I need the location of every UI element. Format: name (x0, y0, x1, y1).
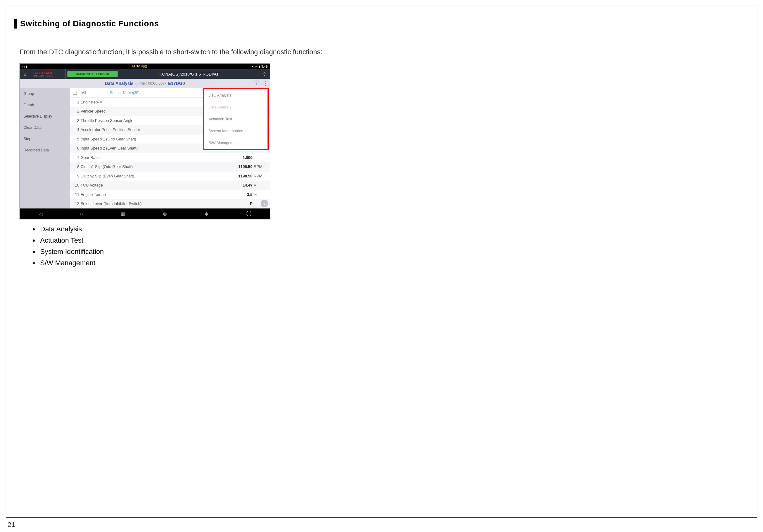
bullet-item: System Identification (39, 248, 749, 256)
row-index: 1 (74, 100, 79, 104)
row-unit: RPM (254, 174, 266, 178)
row-index: 12 (74, 202, 79, 206)
row-value: 1.000 (227, 156, 254, 160)
row-unit: % (254, 192, 266, 197)
data-row[interactable]: 10TCU Voltage14.49V (70, 181, 270, 190)
data-row[interactable]: 12Select Lever (from Inhibitor Switch)P- (70, 199, 270, 209)
row-value: 1198.50 (227, 164, 254, 169)
row-index: 2 (74, 109, 79, 114)
row-value: P (227, 202, 254, 206)
row-sensor-name: Gear Ratio (81, 156, 227, 160)
row-index: 9 (74, 174, 79, 178)
heading-text: Switching of Diagnostic Functions (20, 19, 159, 29)
row-unit: RPM (254, 164, 266, 169)
row-unit: V (254, 183, 266, 187)
menu-item[interactable]: DTC Analysis (204, 89, 268, 101)
intro-paragraph: From the DTC diagnostic function, it is … (20, 46, 433, 58)
function-bullet-list: Data AnalysisActuation TestSystem Identi… (39, 225, 749, 267)
status-right: ⁕ ⫘ ▮ 9:49 (251, 65, 268, 68)
row-unit: - (254, 156, 266, 160)
sidebar-item[interactable]: Selective Display (20, 111, 70, 122)
screenshot-body: GroupGraphSelective DisplayClear DataSto… (20, 88, 270, 208)
bullet-item: S/W Management (39, 259, 749, 267)
page-frame: Switching of Diagnostic Functions From t… (6, 6, 757, 518)
section-heading: Switching of Diagnostic Functions (14, 19, 749, 29)
android-status-bar: ◻ ▮ 14.3V 직결 ⁕ ⫘ ▮ 9:49 (20, 64, 270, 69)
sidebar-item[interactable]: Graph (20, 99, 70, 111)
row-sensor-name: Engine Torque (81, 192, 227, 197)
subheader-code: E17DG0 (168, 81, 185, 86)
apps-icon[interactable]: ▦ (120, 211, 125, 217)
row-index: 10 (74, 183, 79, 187)
row-sensor-name: Select Lever (from Inhibitor Switch) (81, 202, 227, 206)
row-value: 3.5 (227, 192, 254, 197)
menu-item[interactable]: Actuation Test (204, 113, 268, 125)
row-index: 11 (74, 192, 79, 197)
subheader-title: Data Analysis (105, 81, 133, 86)
row-index: 5 (74, 137, 79, 141)
data-row[interactable]: 7Gear Ratio1.000- (70, 153, 270, 162)
expand-icon[interactable]: ⛶ (246, 211, 251, 217)
app-title-bar: ⌂ TEST_17:12:16 2017/2/28 PM 2:1 KMHK781… (20, 69, 270, 79)
page-number: 21 (8, 521, 15, 529)
vin-badge[interactable]: KMHK7815GJU002210 (67, 71, 118, 77)
select-all-checkbox[interactable] (73, 91, 77, 95)
home-nav-icon[interactable]: ⌂ (80, 211, 83, 217)
row-sensor-name: TCU Voltage (81, 183, 227, 187)
status-left: ◻ ▮ (22, 65, 28, 68)
filter-all-label[interactable]: All (82, 91, 86, 95)
sidebar-item[interactable]: Clear Data (20, 122, 70, 133)
row-index: 4 (74, 128, 79, 132)
row-value: 14.49 (227, 183, 254, 187)
row-index: 6 (74, 146, 79, 151)
device-screenshot: ◻ ▮ 14.3V 직결 ⁕ ⫘ ▮ 9:49 ⌂ TEST_17:12:16 … (20, 63, 270, 219)
sidebar-item[interactable]: Stop (20, 133, 70, 145)
menu-item[interactable]: S/W Management (204, 137, 268, 149)
row-index: 7 (74, 156, 79, 160)
test-session-badge[interactable]: TEST_17:12:16 2017/2/28 PM 2:1 (31, 69, 65, 79)
subheader-time: (Time : 00:00:03) - (136, 81, 166, 86)
row-value: 1198.50 (227, 174, 254, 178)
save-icon[interactable]: ⭳ (254, 80, 259, 86)
menu-item[interactable]: System Identification (204, 125, 268, 137)
android-nav-bar: ◁ ⌂ ▦ ⊜ ✻ ⛶ (20, 208, 270, 219)
home-icon[interactable]: ⌂ (20, 69, 31, 79)
globe-icon[interactable]: ⊜ (163, 211, 167, 217)
sensor-name-header[interactable]: Sensor Name(35) (110, 91, 140, 95)
status-center: 14.3V 직결 (132, 64, 147, 69)
sidebar-item[interactable]: Group (20, 88, 70, 99)
back-icon[interactable]: ◁ (39, 211, 42, 217)
bullet-item: Data Analysis (39, 225, 749, 233)
data-row[interactable]: 8Clutch1 Slip (Odd Gear Shaft)1198.50RPM (70, 162, 270, 172)
row-index: 8 (74, 164, 79, 169)
heading-marker (14, 19, 17, 29)
settings-icon[interactable]: ✻ (204, 211, 209, 217)
data-row[interactable]: 11Engine Torque3.5% (70, 190, 270, 199)
test-session-line1: TEST_17:12:16 (33, 71, 63, 74)
bullet-item: Actuation Test (39, 236, 749, 245)
data-row[interactable]: 9Clutch2 Slip (Even Gear Shaft)1198.50RP… (70, 171, 270, 181)
row-index: 3 (74, 119, 79, 123)
row-sensor-name: Clutch2 Slip (Even Gear Shaft) (81, 174, 227, 178)
more-icon[interactable]: ⋮ (263, 80, 268, 87)
analysis-subheader: Data Analysis (Time : 00:00:03) - E17DG0… (20, 79, 270, 88)
row-sensor-name: Clutch1 Slip (Odd Gear Shaft) (81, 164, 227, 169)
function-switch-menu: DTC AnalysisData AnalysisActuation TestS… (203, 88, 269, 150)
vehicle-label: KONA(OS)/2018/G 1.6 T-GDI/AT (120, 72, 259, 76)
sidebar-item[interactable]: Recorded Data (20, 145, 70, 156)
upload-icon[interactable]: ⇧ (259, 72, 270, 76)
menu-item[interactable]: Data Analysis (204, 101, 268, 113)
analysis-sidebar: GroupGraphSelective DisplayClear DataSto… (20, 88, 70, 208)
test-session-line2: 2017/2/28 PM 2:1 (33, 74, 63, 77)
